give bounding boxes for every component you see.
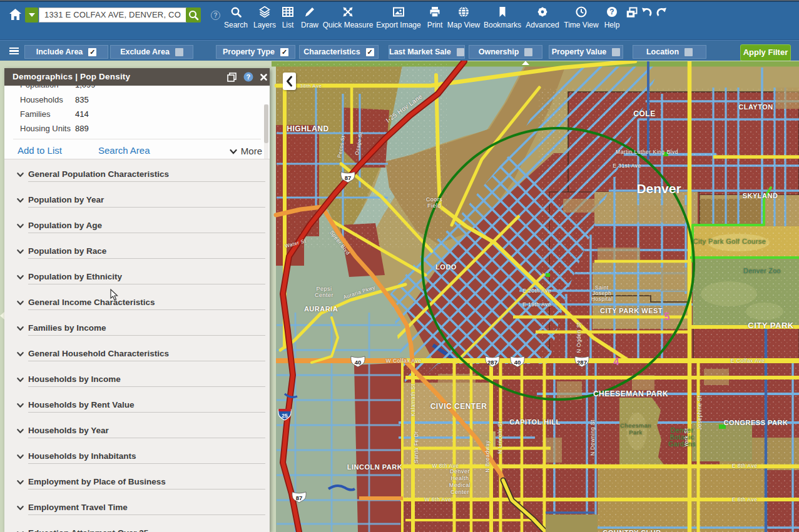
svg-text:Josephine St: Josephine St: [696, 395, 703, 429]
svg-text:E 31st Ave: E 31st Ave: [613, 163, 641, 169]
svg-text:AURARIA: AURARIA: [304, 305, 338, 313]
svg-text:CAPITOL HILL: CAPITOL HILL: [509, 418, 560, 426]
svg-text:Pepsi: Pepsi: [316, 286, 332, 292]
svg-text:E 20th Ave: E 20th Ave: [522, 288, 551, 294]
svg-text:N Lincoln St: N Lincoln St: [497, 421, 503, 454]
svg-text:W Colfax Ave: W Colfax Ave: [386, 358, 422, 364]
svg-text:N Ogden St: N Ogden St: [576, 322, 582, 353]
svg-text:Cheesman: Cheesman: [620, 422, 651, 429]
svg-text:COUNTRY CLUB: COUNTRY CLUB: [603, 529, 661, 532]
svg-text:Health: Health: [450, 475, 469, 481]
svg-text:Medical: Medical: [449, 482, 471, 488]
svg-text:LODO: LODO: [435, 263, 457, 271]
svg-text:City Park Golf Course: City Park Golf Course: [693, 238, 766, 245]
svg-text:CIVIC CENTER: CIVIC CENTER: [430, 402, 487, 411]
svg-text:CITY PARK WEST: CITY PARK WEST: [600, 307, 663, 314]
svg-text:E 6th Ave: E 6th Ave: [732, 496, 758, 503]
svg-text:?: ?: [609, 8, 614, 16]
svg-text:W 8th Ave: W 8th Ave: [432, 463, 459, 469]
svg-text:N Broadway: N Broadway: [484, 440, 491, 473]
svg-text:Gardens: Gardens: [668, 440, 696, 448]
svg-text:Park: Park: [629, 429, 643, 436]
svg-text:287: 287: [577, 359, 587, 366]
svg-text:W 6th Ave: W 6th Ave: [424, 496, 451, 503]
svg-text:Martin Luther King Blvd: Martin Luther King Blvd: [616, 149, 678, 155]
svg-text:5: 5: [664, 311, 670, 322]
svg-text:COLE: COLE: [633, 109, 655, 118]
svg-text:CONGRESS PARK: CONGRESS PARK: [724, 419, 788, 426]
svg-text:N Downing St: N Downing St: [589, 419, 596, 456]
svg-text:4: 4: [614, 356, 619, 367]
svg-text:E Colfax Ave: E Colfax Ave: [731, 358, 765, 364]
svg-text:40: 40: [514, 359, 521, 366]
svg-text:SKYLAND: SKYLAND: [743, 192, 778, 199]
svg-text:25: 25: [282, 413, 288, 419]
svg-text:CHEESEMAN PARK: CHEESEMAN PARK: [593, 389, 668, 398]
svg-text:40: 40: [355, 359, 362, 366]
svg-text:Center: Center: [315, 292, 333, 298]
svg-text:CITY PARK: CITY PARK: [748, 321, 793, 330]
svg-text:Center: Center: [450, 489, 469, 495]
svg-text:E 8th Ave: E 8th Ave: [732, 463, 758, 469]
svg-text:LINCOLN PARK: LINCOLN PARK: [347, 463, 402, 471]
svg-text:Denver: Denver: [450, 468, 470, 474]
svg-text:Denver: Denver: [636, 181, 681, 196]
svg-text:Denver Zoo: Denver Zoo: [743, 267, 781, 274]
svg-text:87: 87: [296, 494, 303, 501]
svg-text:Hospital: Hospital: [591, 296, 613, 302]
svg-text:38th Ave: 38th Ave: [300, 83, 322, 89]
svg-text:87: 87: [345, 174, 352, 181]
svg-text:HIGHLAND: HIGHLAND: [287, 124, 328, 133]
svg-text:Coors: Coors: [426, 196, 443, 203]
svg-text:Field: Field: [427, 203, 441, 209]
svg-text:?: ?: [247, 73, 251, 81]
svg-text:CLAYTON: CLAYTON: [738, 103, 773, 111]
svg-text:E 19th Ave: E 19th Ave: [522, 301, 551, 308]
svg-text:287: 287: [487, 359, 497, 366]
svg-text:Santa Fe Dr: Santa Fe Dr: [413, 431, 419, 463]
svg-text:York St: York St: [683, 428, 690, 448]
svg-text:Kalamath St: Kalamath St: [410, 384, 416, 416]
